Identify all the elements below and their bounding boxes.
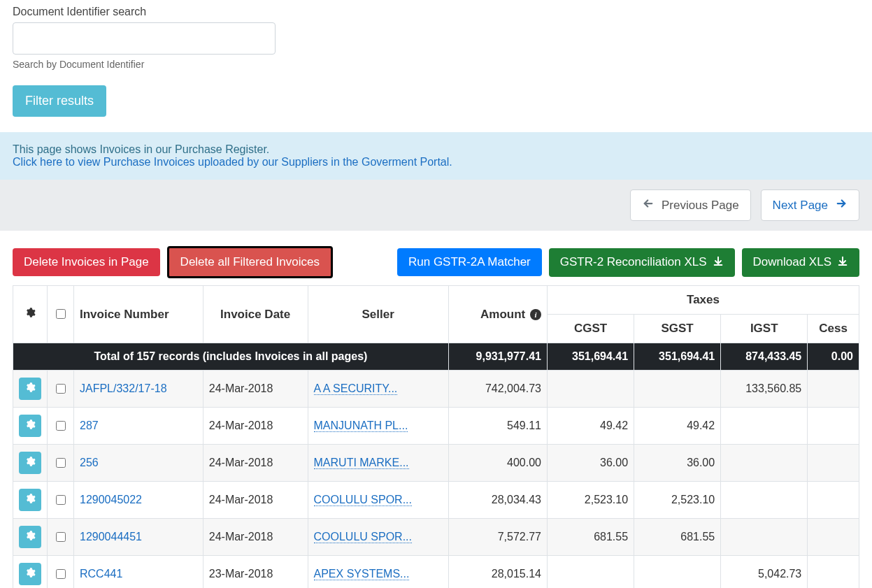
totals-row: Total of 157 records (includes Invoices … [13,343,859,371]
row-actions-button[interactable] [19,489,41,511]
cgst-cell: 49.42 [547,408,634,445]
document-identifier-input[interactable] [13,22,276,55]
row-actions-button[interactable] [19,378,41,400]
info-link-supplier-invoices[interactable]: Click here to view Purchase Invoices upl… [13,156,452,168]
cgst-cell: 681.55 [547,519,634,556]
igst-cell [721,445,808,482]
seller-link[interactable]: MANJUNATH PL... [314,420,408,432]
cess-cell [808,556,859,589]
info-banner: This page shows Invoices in our Purchase… [0,132,872,180]
table-row: 129004502224-Mar-2018COOLULU SPOR...28,0… [13,482,859,519]
seller-link[interactable]: MARUTI MARKE... [314,457,409,469]
header-cess: Cess [808,315,859,343]
next-page-button[interactable]: Next Page [761,189,859,221]
row-checkbox[interactable] [56,532,66,542]
gear-icon [24,493,36,507]
header-taxes: Taxes [547,286,859,315]
gear-icon [24,382,36,396]
amount-cell: 400.00 [448,445,547,482]
igst-cell: 133,560.85 [721,371,808,408]
sgst-cell: 681.55 [634,519,721,556]
invoice-number-link[interactable]: 256 [80,457,99,468]
invoice-date-cell: 24-Mar-2018 [203,371,308,408]
select-all-checkbox[interactable] [56,309,66,319]
download-icon [713,255,724,270]
sgst-cell: 2,523.10 [634,482,721,519]
arrow-left-icon [642,197,655,213]
info-icon[interactable]: i [530,309,541,320]
gear-icon [24,530,36,544]
seller-link[interactable]: COOLULU SPOR... [314,531,412,543]
action-bar: Delete Invoices in Page Delete all Filte… [0,231,872,285]
invoice-number-link[interactable]: 1290045022 [80,494,142,505]
gear-icon [24,456,36,470]
row-actions-button[interactable] [19,452,41,474]
row-actions-button[interactable] [19,526,41,548]
cess-cell [808,482,859,519]
row-checkbox[interactable] [56,569,66,579]
amount-cell: 28,034.43 [448,482,547,519]
invoice-date-cell: 24-Mar-2018 [203,408,308,445]
amount-cell: 28,015.14 [448,556,547,589]
invoice-number-link[interactable]: 1290044451 [80,531,142,543]
row-actions-button[interactable] [19,563,41,585]
row-checkbox[interactable] [56,384,66,394]
recon-xls-label: GSTR-2 Reconciliation XLS [560,255,707,269]
header-invoice-date: Invoice Date [203,286,308,343]
totals-sgst: 351,694.41 [634,343,721,371]
filter-results-button[interactable]: Filter results [13,85,106,117]
row-checkbox[interactable] [56,421,66,431]
cgst-cell [547,556,634,589]
sgst-cell [634,556,721,589]
delete-all-filtered-invoices-button[interactable]: Delete all Filtered Invoices [167,246,333,278]
header-igst: IGST [721,315,808,343]
invoice-number-link[interactable]: JAFPL/332/17-18 [80,382,167,394]
download-xls-label: Download XLS [753,255,831,269]
invoice-date-cell: 24-Mar-2018 [203,482,308,519]
gear-icon [24,567,36,581]
seller-link[interactable]: A A SECURITY... [314,382,398,395]
download-icon [837,255,848,270]
igst-cell [721,408,808,445]
sgst-cell: 36.00 [634,445,721,482]
search-help-text: Search by Document Identifier [13,59,859,70]
row-checkbox[interactable] [56,495,66,505]
table-row: 129004445124-Mar-2018COOLULU SPOR...7,57… [13,519,859,556]
amount-cell: 549.11 [448,408,547,445]
download-xls-button[interactable]: Download XLS [742,248,859,277]
cgst-cell [547,371,634,408]
header-checkbox [48,286,74,343]
igst-cell [721,519,808,556]
search-label: Document Identifier search [13,6,859,18]
seller-link[interactable]: APEX SYSTEMS... [314,568,410,580]
table-row: JAFPL/332/17-1824-Mar-2018A A SECURITY..… [13,371,859,408]
info-text: This page shows Invoices in our Purchase… [13,143,859,156]
gstr-2-reconciliation-xls-button[interactable]: GSTR-2 Reconciliation XLS [549,248,735,277]
delete-invoices-in-page-button[interactable]: Delete Invoices in Page [13,248,160,276]
row-actions-button[interactable] [19,415,41,437]
run-gstr-2a-matcher-button[interactable]: Run GSTR-2A Matcher [397,248,542,276]
header-amount-label: Amount [480,308,525,321]
igst-cell: 5,042.73 [721,556,808,589]
invoice-number-link[interactable]: 287 [80,420,99,431]
invoice-number-link[interactable]: RCC441 [80,568,122,580]
seller-link[interactable]: COOLULU SPOR... [314,494,412,506]
cgst-cell: 2,523.10 [547,482,634,519]
totals-igst: 874,433.45 [721,343,808,371]
header-amount: Amount i [448,286,547,343]
cess-cell [808,371,859,408]
igst-cell [721,482,808,519]
gear-icon [24,308,36,321]
amount-cell: 7,572.77 [448,519,547,556]
header-gear [13,286,48,343]
gear-icon [24,419,36,433]
row-checkbox[interactable] [56,458,66,468]
header-invoice-number: Invoice Number [74,286,203,343]
cess-cell [808,445,859,482]
header-sgst: SGST [634,315,721,343]
amount-cell: 742,004.73 [448,371,547,408]
previous-page-button[interactable]: Previous Page [630,189,751,221]
invoice-date-cell: 24-Mar-2018 [203,445,308,482]
table-row: 25624-Mar-2018MARUTI MARKE...400.0036.00… [13,445,859,482]
invoice-date-cell: 24-Mar-2018 [203,519,308,556]
